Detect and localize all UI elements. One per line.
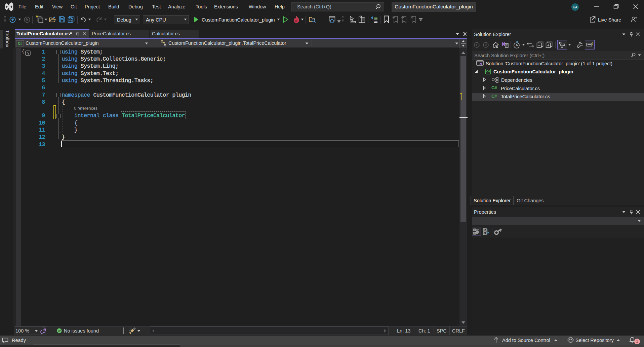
svg-text:Z: Z [484, 232, 486, 235]
svg-text:A: A [484, 229, 486, 232]
